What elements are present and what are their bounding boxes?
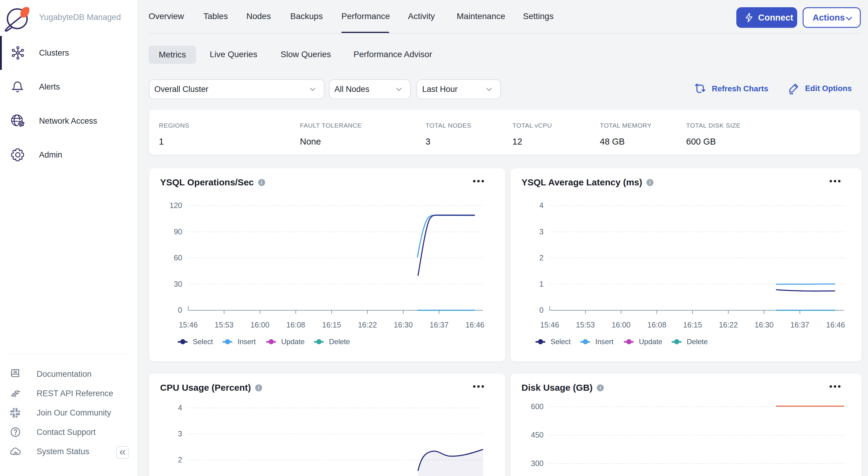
svg-text:300: 300 — [531, 459, 544, 468]
svg-text:0: 0 — [539, 306, 544, 314]
svg-text:450: 450 — [531, 431, 544, 439]
svg-text:16:46: 16:46 — [465, 320, 485, 329]
svg-text:15:46: 15:46 — [540, 320, 559, 329]
svg-text:600: 600 — [531, 402, 544, 411]
svg-text:16:30: 16:30 — [754, 320, 774, 329]
svg-text:30: 30 — [174, 280, 182, 288]
svg-text:16:00: 16:00 — [612, 320, 631, 329]
svg-text:3: 3 — [539, 228, 544, 236]
svg-text:16:08: 16:08 — [647, 320, 666, 329]
svg-text:4: 4 — [539, 201, 544, 210]
svg-text:120: 120 — [169, 201, 182, 210]
svg-text:15:53: 15:53 — [576, 320, 595, 329]
svg-text:3: 3 — [178, 430, 182, 438]
svg-text:2: 2 — [178, 455, 182, 464]
svg-text:16:37: 16:37 — [430, 320, 449, 329]
svg-text:15:53: 15:53 — [215, 320, 234, 329]
svg-text:4: 4 — [178, 403, 182, 412]
svg-text:90: 90 — [174, 228, 182, 236]
svg-text:16:00: 16:00 — [251, 320, 270, 329]
svg-text:15:46: 15:46 — [179, 320, 198, 329]
svg-text:16:22: 16:22 — [358, 320, 377, 329]
svg-text:16:46: 16:46 — [826, 320, 845, 329]
svg-text:2: 2 — [539, 253, 544, 262]
svg-text:1: 1 — [539, 280, 544, 288]
svg-text:16:08: 16:08 — [286, 320, 305, 329]
svg-text:60: 60 — [174, 253, 182, 262]
svg-text:0: 0 — [178, 306, 182, 314]
svg-text:16:37: 16:37 — [790, 320, 809, 329]
svg-text:16:15: 16:15 — [322, 320, 341, 329]
svg-text:16:15: 16:15 — [683, 320, 702, 329]
svg-text:16:30: 16:30 — [394, 320, 413, 329]
svg-text:16:22: 16:22 — [719, 320, 738, 329]
